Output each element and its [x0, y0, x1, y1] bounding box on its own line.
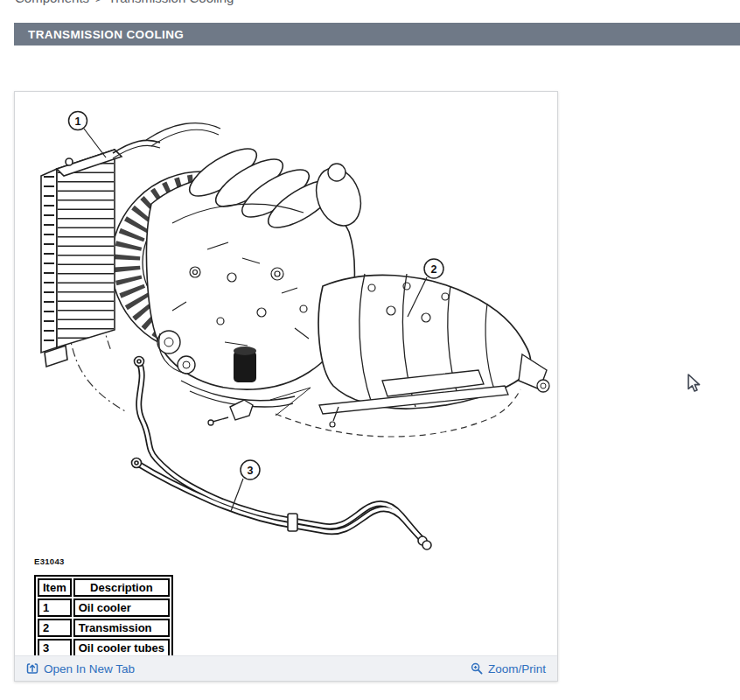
figure-footer: Open In New Tab Zoom/Print: [15, 655, 557, 681]
zoom-print-link[interactable]: Zoom/Print: [471, 662, 546, 676]
legend-item-number: 3: [38, 639, 72, 657]
legend-item-description: Transmission: [73, 619, 170, 637]
legend-header-row: Item Description: [38, 578, 170, 597]
figure-code: E31043: [34, 556, 65, 566]
zoom-plus-icon: [471, 662, 483, 675]
page-title: TRANSMISSION COOLING: [14, 28, 184, 41]
legend-item-number: 1: [38, 598, 72, 617]
breadcrumb-item-components[interactable]: Components: [15, 0, 89, 5]
radiator: [41, 140, 160, 367]
legend-header-description: Description: [73, 578, 170, 597]
callout-1: 1: [75, 116, 81, 128]
breadcrumb-item-current[interactable]: Transmission Cooling: [108, 0, 234, 5]
legend-item-description: Oil cooler tubes: [73, 639, 170, 657]
legend-row: 1 Oil cooler: [38, 598, 170, 617]
breadcrumb-separator: >: [95, 0, 102, 5]
open-in-new-tab-label: Open In New Tab: [44, 662, 135, 676]
engine-diagram: 1 2 3 E31043: [15, 92, 557, 657]
legend-row: 2 Transmission: [38, 619, 170, 637]
callout-3: 3: [248, 465, 254, 477]
breadcrumb: Components>Transmission Cooling: [15, 0, 234, 5]
open-in-new-tab-icon: [26, 662, 38, 675]
section-header-bar: TRANSMISSION COOLING: [14, 23, 740, 46]
zoom-print-label: Zoom/Print: [488, 662, 546, 676]
legend-table: Item Description 1 Oil cooler 2 Transmis…: [34, 575, 173, 661]
callout-2: 2: [431, 263, 437, 276]
legend-header-item: Item: [38, 578, 72, 597]
mouse-cursor: [687, 374, 706, 395]
open-in-new-tab-link[interactable]: Open In New Tab: [26, 662, 135, 676]
transmission: [318, 274, 549, 427]
figure-panel: 1 2 3 E31043 Item Description 1 Oil cool…: [14, 91, 558, 682]
legend-row: 3 Oil cooler tubes: [38, 639, 170, 657]
legend-item-description: Oil cooler: [73, 598, 170, 617]
legend-item-number: 2: [38, 619, 72, 637]
